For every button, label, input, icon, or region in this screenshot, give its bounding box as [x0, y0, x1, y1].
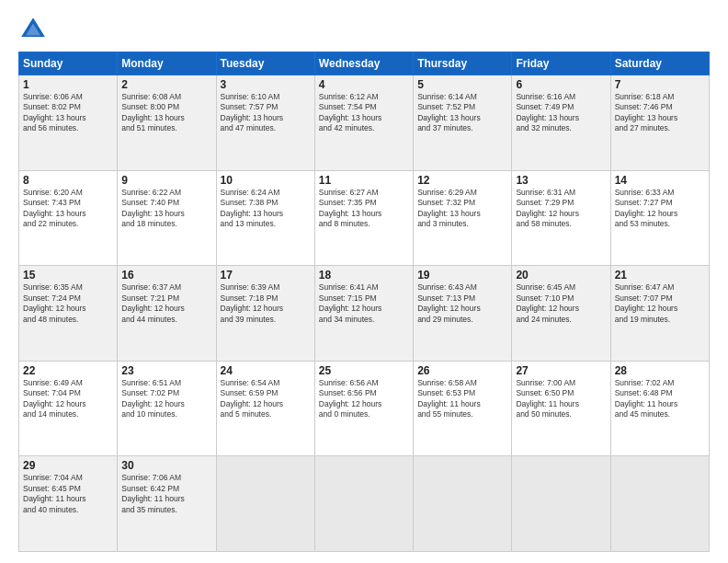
day-number: 20 [516, 269, 606, 282]
calendar-cell: 19Sunrise: 6:43 AMSunset: 7:13 PMDayligh… [414, 266, 512, 362]
calendar-week-row: 15Sunrise: 6:35 AMSunset: 7:24 PMDayligh… [19, 266, 710, 362]
page: SundayMondayTuesdayWednesdayThursdayFrid… [0, 0, 728, 563]
day-info: Sunrise: 6:27 AMSunset: 7:35 PMDaylight:… [319, 188, 409, 230]
calendar-cell: 22Sunrise: 6:49 AMSunset: 7:04 PMDayligh… [19, 361, 118, 456]
calendar-week-row: 22Sunrise: 6:49 AMSunset: 7:04 PMDayligh… [19, 361, 710, 456]
calendar-cell [216, 456, 314, 552]
calendar-cell: 13Sunrise: 6:31 AMSunset: 7:29 PMDayligh… [512, 170, 610, 266]
calendar-cell: 16Sunrise: 6:37 AMSunset: 7:21 PMDayligh… [118, 266, 216, 362]
day-number: 27 [516, 364, 606, 377]
calendar-cell [610, 456, 709, 552]
day-number: 3 [221, 78, 311, 91]
day-info: Sunrise: 7:02 AMSunset: 6:48 PMDaylight:… [615, 378, 705, 420]
day-info: Sunrise: 6:29 AMSunset: 7:32 PMDaylight:… [417, 188, 507, 230]
calendar-cell: 4Sunrise: 6:12 AMSunset: 7:54 PMDaylight… [314, 75, 413, 171]
day-number: 4 [319, 78, 409, 91]
day-info: Sunrise: 6:37 AMSunset: 7:21 PMDaylight:… [121, 282, 211, 325]
calendar-header-wednesday: Wednesday [314, 52, 413, 75]
calendar-header-thursday: Thursday [414, 52, 512, 75]
day-info: Sunrise: 6:43 AMSunset: 7:13 PMDaylight:… [417, 282, 507, 325]
calendar-cell: 2Sunrise: 6:08 AMSunset: 8:00 PMDaylight… [118, 75, 216, 171]
day-number: 15 [23, 269, 113, 282]
day-number: 21 [615, 269, 705, 282]
day-number: 12 [417, 174, 507, 187]
calendar-cell: 9Sunrise: 6:22 AMSunset: 7:40 PMDaylight… [118, 170, 216, 266]
calendar-cell: 10Sunrise: 6:24 AMSunset: 7:38 PMDayligh… [216, 170, 314, 266]
day-number: 14 [615, 174, 705, 187]
day-info: Sunrise: 6:10 AMSunset: 7:57 PMDaylight:… [221, 92, 311, 134]
day-number: 23 [121, 364, 211, 377]
calendar-week-row: 8Sunrise: 6:20 AMSunset: 7:43 PMDaylight… [19, 170, 710, 266]
calendar-cell: 21Sunrise: 6:47 AMSunset: 7:07 PMDayligh… [610, 266, 709, 362]
day-info: Sunrise: 6:31 AMSunset: 7:29 PMDaylight:… [516, 188, 606, 230]
calendar-cell: 27Sunrise: 7:00 AMSunset: 6:50 PMDayligh… [512, 361, 610, 456]
calendar-header-tuesday: Tuesday [216, 52, 314, 75]
day-info: Sunrise: 6:49 AMSunset: 7:04 PMDaylight:… [23, 378, 113, 420]
day-info: Sunrise: 7:04 AMSunset: 6:45 PMDaylight:… [23, 473, 113, 515]
calendar-header-friday: Friday [512, 52, 610, 75]
calendar-cell: 15Sunrise: 6:35 AMSunset: 7:24 PMDayligh… [19, 266, 118, 362]
day-info: Sunrise: 6:06 AMSunset: 8:02 PMDaylight:… [23, 92, 113, 134]
day-info: Sunrise: 6:16 AMSunset: 7:49 PMDaylight:… [516, 92, 606, 134]
day-number: 11 [319, 174, 409, 187]
day-info: Sunrise: 6:45 AMSunset: 7:10 PMDaylight:… [516, 282, 606, 325]
logo-icon [18, 15, 48, 44]
calendar-cell: 30Sunrise: 7:06 AMSunset: 6:42 PMDayligh… [118, 456, 216, 552]
day-number: 16 [121, 269, 211, 282]
calendar-cell: 11Sunrise: 6:27 AMSunset: 7:35 PMDayligh… [314, 170, 413, 266]
day-number: 28 [615, 364, 705, 377]
day-info: Sunrise: 6:18 AMSunset: 7:46 PMDaylight:… [615, 92, 705, 134]
day-number: 6 [516, 78, 606, 91]
day-info: Sunrise: 6:35 AMSunset: 7:24 PMDaylight:… [23, 282, 113, 325]
day-number: 17 [221, 269, 311, 282]
calendar-cell: 6Sunrise: 6:16 AMSunset: 7:49 PMDaylight… [512, 75, 610, 171]
calendar-week-row: 1Sunrise: 6:06 AMSunset: 8:02 PMDaylight… [19, 75, 710, 171]
calendar-cell: 14Sunrise: 6:33 AMSunset: 7:27 PMDayligh… [610, 170, 709, 266]
calendar-cell [414, 456, 512, 552]
day-number: 8 [23, 174, 113, 187]
calendar-week-row: 29Sunrise: 7:04 AMSunset: 6:45 PMDayligh… [19, 456, 710, 552]
day-info: Sunrise: 7:06 AMSunset: 6:42 PMDaylight:… [121, 473, 211, 515]
day-number: 5 [417, 78, 507, 91]
day-number: 10 [221, 174, 311, 187]
day-number: 9 [121, 174, 211, 187]
calendar-cell: 25Sunrise: 6:56 AMSunset: 6:56 PMDayligh… [314, 361, 413, 456]
calendar-cell: 5Sunrise: 6:14 AMSunset: 7:52 PMDaylight… [414, 75, 512, 171]
calendar-cell [314, 456, 413, 552]
day-number: 30 [121, 459, 211, 472]
day-info: Sunrise: 6:12 AMSunset: 7:54 PMDaylight:… [319, 92, 409, 134]
logo [18, 15, 51, 44]
day-info: Sunrise: 6:58 AMSunset: 6:53 PMDaylight:… [417, 378, 507, 420]
day-info: Sunrise: 6:22 AMSunset: 7:40 PMDaylight:… [121, 188, 211, 230]
day-info: Sunrise: 6:39 AMSunset: 7:18 PMDaylight:… [221, 282, 311, 325]
calendar-cell: 29Sunrise: 7:04 AMSunset: 6:45 PMDayligh… [19, 456, 118, 552]
calendar-cell: 1Sunrise: 6:06 AMSunset: 8:02 PMDaylight… [19, 75, 118, 171]
header [18, 15, 710, 44]
day-number: 2 [121, 78, 211, 91]
day-number: 1 [23, 78, 113, 91]
calendar-cell: 26Sunrise: 6:58 AMSunset: 6:53 PMDayligh… [414, 361, 512, 456]
calendar-cell: 7Sunrise: 6:18 AMSunset: 7:46 PMDaylight… [610, 75, 709, 171]
day-number: 18 [319, 269, 409, 282]
calendar-header-sunday: Sunday [19, 52, 118, 75]
calendar-cell: 20Sunrise: 6:45 AMSunset: 7:10 PMDayligh… [512, 266, 610, 362]
day-number: 25 [319, 364, 409, 377]
day-info: Sunrise: 6:24 AMSunset: 7:38 PMDaylight:… [221, 188, 311, 230]
calendar-cell: 12Sunrise: 6:29 AMSunset: 7:32 PMDayligh… [414, 170, 512, 266]
calendar-header-row: SundayMondayTuesdayWednesdayThursdayFrid… [19, 52, 710, 75]
calendar-cell: 24Sunrise: 6:54 AMSunset: 6:59 PMDayligh… [216, 361, 314, 456]
day-number: 26 [417, 364, 507, 377]
day-info: Sunrise: 6:47 AMSunset: 7:07 PMDaylight:… [615, 282, 705, 325]
day-info: Sunrise: 7:00 AMSunset: 6:50 PMDaylight:… [516, 378, 606, 420]
calendar-header-monday: Monday [118, 52, 216, 75]
day-number: 13 [516, 174, 606, 187]
day-info: Sunrise: 6:14 AMSunset: 7:52 PMDaylight:… [417, 92, 507, 134]
calendar-header-saturday: Saturday [610, 52, 709, 75]
day-info: Sunrise: 6:41 AMSunset: 7:15 PMDaylight:… [319, 282, 409, 325]
day-number: 22 [23, 364, 113, 377]
calendar-cell [512, 456, 610, 552]
calendar-cell: 17Sunrise: 6:39 AMSunset: 7:18 PMDayligh… [216, 266, 314, 362]
day-info: Sunrise: 6:56 AMSunset: 6:56 PMDaylight:… [319, 378, 409, 420]
day-number: 24 [221, 364, 311, 377]
calendar-table: SundayMondayTuesdayWednesdayThursdayFrid… [18, 52, 710, 552]
